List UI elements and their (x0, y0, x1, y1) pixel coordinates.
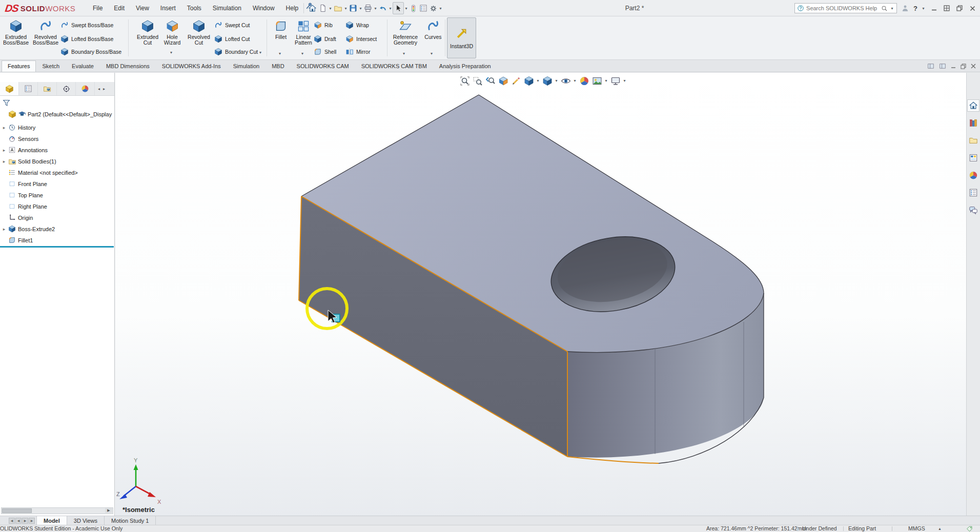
options-list-button[interactable] (418, 2, 428, 14)
tab-simulation[interactable]: Simulation (227, 60, 266, 72)
wrap-button[interactable]: Wrap (345, 19, 369, 31)
boundary-cut-button[interactable]: Boundary Cut (214, 46, 258, 57)
tree-item-right-plane[interactable]: Right Plane (2, 201, 114, 212)
chevron-down-icon[interactable]: ▾ (373, 6, 378, 11)
tab-3d-views[interactable]: 3D Views (67, 516, 105, 525)
draft-button[interactable]: Draft (314, 33, 336, 45)
tab-sketch[interactable]: Sketch (36, 60, 66, 72)
document-restore-icon[interactable] (961, 64, 966, 69)
tag-icon[interactable] (966, 525, 973, 532)
chevron-down-icon[interactable]: ▾ (403, 51, 405, 56)
chevron-down-icon[interactable]: ▾ (388, 6, 393, 11)
help-search-box[interactable]: ▾ (794, 3, 897, 13)
chevron-down-icon[interactable]: ▾ (343, 6, 348, 11)
mirror-button[interactable]: Mirror (345, 46, 370, 57)
chevron-down-icon[interactable]: ▾ (279, 51, 281, 56)
expand-arrow-icon[interactable]: ▸ (2, 159, 7, 164)
pane-expand-icon[interactable] (939, 63, 946, 70)
solidworks-forum-icon[interactable] (967, 204, 979, 216)
menu-simulation[interactable]: Simulation (207, 0, 247, 16)
extruded-boss-base-button[interactable]: Extruded Boss/Base (2, 18, 30, 46)
pane-split-icon[interactable] (927, 63, 934, 70)
tab-mbd[interactable]: MBD (266, 60, 290, 72)
chevron-down-icon[interactable]: ▾ (301, 51, 303, 56)
rib-button[interactable]: Rib (314, 19, 333, 31)
instant3d-toggle-button[interactable]: Instant3D (447, 17, 476, 58)
custom-properties-icon[interactable] (967, 187, 979, 199)
chevron-down-icon[interactable]: ▾ (259, 50, 261, 55)
filter-funnel-icon[interactable] (2, 98, 11, 109)
revolved-boss-base-button[interactable]: Revolved Boss/Base (31, 18, 60, 46)
tree-item-history[interactable]: ▸History (2, 122, 114, 133)
menu-tools[interactable]: Tools (181, 0, 207, 16)
panel-horizontal-scrollbar[interactable]: ▶ (1, 507, 113, 514)
chevron-down-icon[interactable]: ▾ (921, 6, 926, 11)
minimize-button[interactable] (929, 4, 938, 13)
tab-solidworks-add-ins[interactable]: SOLIDWORKS Add-Ins (156, 60, 227, 72)
chevron-down-icon[interactable]: ▾ (328, 6, 333, 11)
tree-item-sensors[interactable]: Sensors (2, 133, 114, 145)
document-minimize-icon[interactable] (951, 64, 956, 69)
chevron-down-icon[interactable]: ▾ (890, 6, 894, 11)
reference-geometry-button[interactable]: Reference Geometry (390, 18, 421, 46)
chevron-down-icon[interactable]: ▾ (358, 6, 363, 11)
save-button[interactable] (348, 2, 358, 14)
chevron-down-icon[interactable]: ▾ (170, 50, 172, 55)
tab-mbd-dimensions[interactable]: MBD Dimensions (100, 60, 156, 72)
open-button[interactable] (333, 2, 343, 14)
tab-property-manager[interactable] (19, 82, 38, 95)
expand-arrow-icon[interactable]: ▸ (2, 227, 7, 232)
tree-item-solid-bodies[interactable]: ▸Solid Bodies(1) (2, 156, 114, 167)
scroll-right-button[interactable]: ▶ (105, 508, 112, 513)
full-screen-button[interactable] (942, 4, 951, 13)
tree-item-top-plane[interactable]: Top Plane (2, 190, 114, 201)
tab-solidworks-cam[interactable]: SOLIDWORKS CAM (291, 60, 355, 72)
units-selector[interactable]: MMGS (908, 525, 925, 532)
tab-evaluate[interactable]: Evaluate (66, 60, 100, 72)
scroll-left-icon[interactable]: ◂ (98, 87, 100, 91)
undo-button[interactable] (378, 2, 388, 14)
view-palette-icon[interactable] (967, 152, 979, 164)
tree-item-front-plane[interactable]: Front Plane (2, 178, 114, 190)
part-3d-scene[interactable]: Y Z X (115, 73, 966, 516)
home-button[interactable] (307, 2, 318, 14)
tab-display-manager[interactable] (76, 82, 95, 95)
menu-edit[interactable]: Edit (108, 0, 130, 16)
tab-feature-tree[interactable] (0, 82, 19, 95)
hole-wizard-button[interactable]: Hole Wizard (161, 18, 183, 46)
new-document-button[interactable] (318, 2, 328, 14)
chevron-down-icon[interactable]: ▾ (438, 6, 443, 11)
design-library-icon[interactable] (967, 117, 979, 129)
first-tab-button[interactable]: ◀ (9, 518, 15, 524)
swept-boss-base-button[interactable]: Swept Boss/Base (60, 19, 113, 31)
settings-gear-button[interactable] (428, 2, 438, 14)
expand-arrow-icon[interactable]: ▸ (2, 125, 7, 130)
close-button[interactable] (968, 4, 977, 13)
revolved-cut-button[interactable]: Revolved Cut (185, 18, 213, 46)
last-tab-button[interactable]: ▶ (29, 518, 35, 524)
user-account-icon[interactable] (901, 4, 910, 13)
extruded-cut-button[interactable]: Extruded Cut (134, 18, 161, 46)
tab-analysis-preparation[interactable]: Analysis Preparation (433, 60, 497, 72)
tab-solidworks-cam-tbm[interactable]: SOLIDWORKS CAM TBM (355, 60, 433, 72)
search-input[interactable] (806, 5, 879, 11)
tab-motion-study-1[interactable]: Motion Study 1 (105, 516, 156, 525)
graphics-viewport[interactable]: ▾ ▾ ▾ ▾ ▾ (115, 73, 966, 516)
swept-cut-button[interactable]: Swept Cut (214, 19, 250, 31)
tab-features[interactable]: Features (2, 60, 36, 72)
scrollbar-thumb[interactable] (2, 508, 32, 513)
chevron-down-icon[interactable]: ▾ (404, 6, 409, 11)
chevron-down-icon[interactable]: ▾ (431, 51, 433, 56)
curves-button[interactable]: Curves (422, 18, 444, 40)
file-explorer-icon[interactable] (967, 134, 979, 147)
tab-model[interactable]: Model (36, 516, 67, 525)
fillet-button[interactable]: Fillet (270, 18, 292, 40)
menu-view[interactable]: View (130, 0, 155, 16)
document-close-icon[interactable] (971, 64, 976, 69)
expand-arrow-icon[interactable]: ▸ (2, 148, 7, 153)
scroll-right-icon[interactable]: ▸ (103, 87, 105, 91)
restore-button[interactable] (955, 4, 964, 13)
units-caret-icon[interactable]: ▲ (938, 525, 942, 532)
select-cursor-button[interactable] (393, 2, 404, 14)
rebuild-traffic-light-button[interactable] (409, 2, 418, 14)
